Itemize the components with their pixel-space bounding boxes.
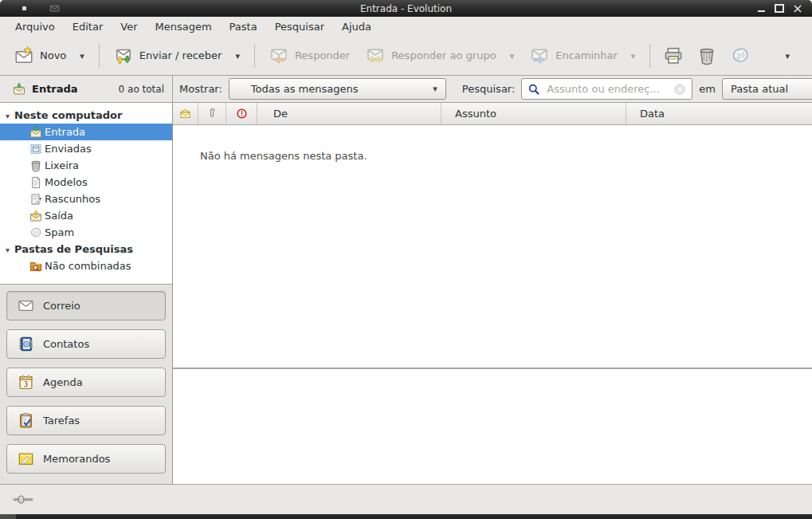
column-date[interactable]: Data [626,103,812,124]
window-badge-icon [22,6,26,10]
window-title: Entrada - Evolution [0,3,812,14]
calendar-icon [18,374,34,391]
trash-icon [697,46,716,65]
sent-icon [29,143,42,155]
reply-button[interactable]: Responder [261,41,358,70]
filterbar: Entrada 0 ao total Mostrar: Todas as men… [0,76,812,103]
show-label: Mostrar: [179,83,222,95]
preview-pane [173,369,812,484]
switcher-contatos-button[interactable]: Contatos [6,329,166,359]
column-read-status[interactable] [173,103,198,124]
menu-ver[interactable]: Ver [112,18,146,35]
search-box[interactable] [521,78,692,100]
search-icon [528,83,540,96]
send-receive-icon [114,46,133,65]
toolbar: Novo Enviar / receber Responder Responde… [0,36,812,76]
delete-button[interactable] [690,41,724,70]
new-mail-icon [14,46,33,65]
message-list-header: De Assunto Data [173,103,812,125]
menubar: Arquivo Editar Ver Mensagem Pasta Pesqui… [0,17,812,36]
folder-lixeira[interactable]: Lixeira [0,157,172,174]
tasks-icon [18,412,34,429]
search-folder-icon [29,260,42,273]
expander-icon[interactable] [6,109,10,121]
search-label: Pesquisar: [462,83,516,95]
outbox-icon [29,210,42,222]
column-importance[interactable] [226,103,257,124]
switcher-agenda-button[interactable]: Agenda [6,368,166,397]
folder-rascunhos[interactable]: Rascunhos [0,191,172,207]
reply-group-button[interactable]: Responder ao grupo [358,41,522,70]
empty-folder-message: Não há mensagens nesta pasta. [173,125,812,162]
folder-nao-combinadas[interactable]: Não combinadas [0,258,172,274]
titlebar[interactable]: Entrada - Evolution [0,0,812,17]
reply-icon [269,46,288,65]
current-folder-header: Entrada 0 ao total [0,76,173,102]
forward-icon [530,46,549,65]
toolbar-overflow-button[interactable] [773,45,794,66]
overflow-arrow-icon [785,49,790,61]
trash-icon [29,159,42,172]
menu-ajuda[interactable]: Ajuda [333,18,380,35]
search-scope-dropdown[interactable]: Pasta atual [722,78,812,100]
message-pane: De Assunto Data Não há mensagens nesta p… [173,103,812,484]
draft-icon [29,193,42,206]
folder-enviadas[interactable]: Enviadas [0,140,172,157]
menu-mensagem[interactable]: Mensagem [147,18,221,35]
current-folder-name: Entrada [32,83,78,95]
send-receive-dropdown-arrow-icon[interactable] [235,49,240,61]
junk-button[interactable] [724,41,757,70]
inbox-icon [13,83,25,96]
mail-status-icon [179,108,191,120]
folder-saida[interactable]: Saída [0,207,172,224]
paperclip-icon [206,108,218,120]
expander-icon[interactable] [6,243,10,255]
maximize-button[interactable] [775,4,784,14]
show-filter-dropdown[interactable]: Todas as mensagens [229,78,446,100]
forward-dropdown-arrow-icon[interactable] [631,49,636,61]
new-button[interactable]: Novo [6,41,92,70]
inbox-icon [29,126,42,139]
column-from[interactable]: De [257,103,441,124]
menu-pasta[interactable]: Pasta [221,18,266,35]
message-count: 0 ao total [119,84,164,95]
forward-button[interactable]: Encaminhar [522,41,643,70]
send-receive-button[interactable]: Enviar / receber [106,41,248,70]
switcher-memorandos-button[interactable]: Memorandos [6,444,166,474]
app-mail-icon [48,3,61,14]
print-button[interactable] [657,41,690,70]
folder-entrada[interactable]: Entrada [0,124,172,140]
folder-spam[interactable]: Spam [0,224,172,241]
printer-icon [664,46,683,65]
menu-arquivo[interactable]: Arquivo [6,18,64,35]
mail-icon [18,297,34,314]
scope-conjunction: em [699,83,716,95]
clear-search-icon[interactable] [673,83,686,96]
menu-pesquisar[interactable]: Pesquisar [266,18,333,35]
switcher-tarefas-button[interactable]: Tarefas [6,406,166,435]
memo-icon [18,450,34,467]
toolbar-separator [649,44,650,68]
window-bottom-edge [0,514,812,519]
tree-section-this-computer[interactable]: Neste computador [0,107,172,124]
folder-tree: Neste computador Entrada Enviadas Lixeir… [0,103,172,285]
new-dropdown-arrow-icon[interactable] [80,49,84,61]
important-icon [236,108,248,120]
column-subject[interactable]: Assunto [441,103,626,124]
menu-editar[interactable]: Editar [64,18,112,35]
sidebar: Neste computador Entrada Enviadas Lixeir… [0,103,173,484]
switcher-slider-icon[interactable] [13,493,33,505]
message-list: Não há mensagens nesta pasta. [173,125,812,368]
tree-section-search-folders[interactable]: Pastas de Pesquisas [0,241,172,258]
contacts-icon [18,336,34,352]
search-input[interactable] [545,82,669,96]
junk-icon [29,226,42,239]
document-icon [29,176,42,189]
folder-modelos[interactable]: Modelos [0,174,172,191]
reply-group-dropdown-arrow-icon[interactable] [510,49,515,61]
junk-icon [731,46,750,65]
switcher-correio-button[interactable]: Correio [6,291,166,320]
column-attachment[interactable] [198,103,226,124]
close-button[interactable] [793,4,802,14]
minimize-button[interactable] [756,4,766,14]
